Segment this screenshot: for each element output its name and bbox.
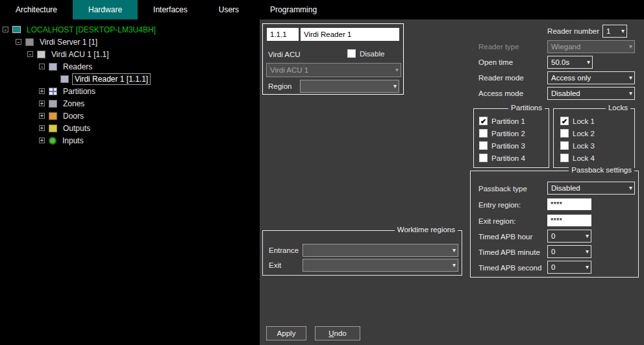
reader-icon [60,75,69,83]
region-select[interactable]: ▾ [300,80,399,93]
chevron-down-icon: ▾ [629,89,632,97]
tree-item-label: Readers [60,61,95,73]
chevron-down-icon: ▾ [586,232,589,239]
tree-item-readers[interactable]: - Readers [39,60,260,73]
expand-icon[interactable]: + [39,125,45,131]
partition-4-row: Partition 4 [479,154,525,162]
hardware-tree-panel: - LOCALHOST [DESKTOP-LM3U4BH] - Virdi Se… [0,19,260,345]
tree-item-label: Outputs [60,123,93,134]
lock-4-checkbox[interactable] [560,154,569,162]
menu-item-interfaces[interactable]: Interfaces [138,0,203,19]
disable-checkbox[interactable] [347,49,356,58]
menu-item-architecture[interactable]: Architecture [0,0,73,19]
partition-2-label: Partition 2 [491,130,525,137]
exit-region-input[interactable] [547,215,591,226]
partition-2-checkbox[interactable] [479,129,488,137]
undo-button[interactable]: Undo [315,326,360,340]
locks-groupbox: Locks ✔ Lock 1 Lock 2 Lock 3 Lock 4 [553,108,635,168]
server-icon [25,38,34,46]
collapse-icon[interactable]: - [3,27,8,32]
timed-apb-minute-select[interactable]: 0 ▾ [547,245,591,258]
passback-type-select[interactable]: Disabled ▾ [547,182,635,195]
partition-1-checkbox[interactable]: ✔ [479,117,488,125]
inputs-icon [49,137,56,145]
open-time-label: Open time [478,58,513,66]
tree-item-outputs[interactable]: + Outputs [39,122,260,134]
lock-4-row: Lock 4 [560,154,595,162]
passback-type-value: Disabled [551,184,580,192]
exit-label: Exit [269,261,281,269]
expand-icon[interactable]: + [39,101,45,106]
timed-apb-second-value: 0 [551,263,555,271]
timed-apb-minute-label: Timed APB minute [478,248,540,256]
partition-3-checkbox[interactable] [479,141,488,150]
open-time-select[interactable]: 50.0s ▾ [547,56,593,69]
expand-icon[interactable]: + [39,137,45,143]
acu-select-value: Virdi ACU 1 [270,66,308,74]
disable-checkbox-row: Disable [347,49,384,58]
entrance-label: Entrance [269,246,299,254]
collapse-icon[interactable]: - [16,39,21,45]
menu-item-hardware[interactable]: Hardware [73,0,138,19]
reader-type-select[interactable]: Wiegand ▾ [547,40,635,53]
timed-apb-hour-select[interactable]: 0 ▾ [547,230,591,243]
reader-name-input[interactable] [301,28,399,41]
reader-type-label: Reader type [478,43,519,51]
tree-item-label: Inputs [60,135,86,147]
partitions-groupbox-title: Partitions [508,104,545,112]
timed-apb-second-select[interactable]: 0 ▾ [547,261,591,274]
chevron-down-icon: ▾ [621,27,625,34]
entrance-select[interactable]: ▾ [303,244,458,257]
reader-identity-groupbox: Virdi ACU Disable Virdi ACU 1 ▾ Region ▾ [262,23,404,95]
entry-region-input[interactable] [547,198,591,210]
tree-item-virdi-reader[interactable]: Virdi Reader 1 [1.1.1] [51,73,260,85]
collapse-icon[interactable]: - [39,64,45,69]
timed-apb-second-label: Timed APB second [478,264,541,272]
access-mode-select[interactable]: Disabled ▾ [547,87,635,100]
partition-4-checkbox[interactable] [479,154,488,162]
expand-icon[interactable]: + [39,88,45,94]
chevron-down-icon: ▾ [452,261,456,268]
chevron-down-icon: ▾ [587,58,590,65]
chevron-down-icon: ▾ [395,66,399,73]
reader-type-value: Wiegand [551,43,580,51]
tree-item-zones[interactable]: + Zones [39,97,260,110]
reader-number-select[interactable]: 1 ▾ [602,25,627,38]
acu-icon [37,51,45,58]
apply-button[interactable]: Apply [266,326,306,340]
acu-label: Virdi ACU [268,51,301,58]
lock-3-checkbox[interactable] [560,141,569,150]
tree-item-partitions[interactable]: + Partitions [39,85,260,97]
chevron-down-icon: ▾ [452,246,456,254]
locks-groupbox-title: Locks [606,104,630,112]
tree-item-doors[interactable]: + Doors [39,110,260,122]
chevron-down-icon: ▾ [629,74,632,81]
tree-item-virdi-server[interactable]: - Virdi Server 1 [1] [16,36,260,48]
lock-1-checkbox[interactable]: ✔ [560,117,569,125]
computer-icon [12,26,21,33]
partitions-groupbox: Partitions ✔ Partition 1 Partition 2 Par… [473,108,549,168]
tree-item-inputs[interactable]: + Inputs [39,134,260,147]
reader-mode-select[interactable]: Access only ▾ [547,71,635,84]
menu-item-programming[interactable]: Programming [254,0,332,19]
expand-icon[interactable]: + [39,113,45,119]
partition-2-row: Partition 2 [479,129,525,137]
top-menu-bar: Architecture Hardware Interfaces Users P… [0,0,644,19]
chevron-down-icon: ▾ [586,263,589,270]
menu-item-users[interactable]: Users [203,0,254,19]
partitions-icon [49,88,57,95]
tree-item-localhost[interactable]: - LOCALHOST [DESKTOP-LM3U4BH] [3,23,260,36]
open-time-value: 50.0s [551,58,569,66]
timed-apb-hour-value: 0 [551,232,555,240]
reader-address-input[interactable] [267,28,299,41]
acu-select[interactable]: Virdi ACU 1 ▾ [266,63,401,77]
timed-apb-minute-value: 0 [551,248,555,256]
reader-number-value: 1 [606,27,610,35]
partition-1-row: ✔ Partition 1 [479,117,525,125]
exit-select[interactable]: ▾ [303,259,458,272]
lock-2-checkbox[interactable] [560,129,569,137]
chevron-down-icon: ▾ [586,248,589,255]
readers-icon [49,63,57,71]
collapse-icon[interactable]: - [27,51,33,57]
tree-item-virdi-acu[interactable]: - Virdi ACU 1 [1.1] [27,48,260,60]
